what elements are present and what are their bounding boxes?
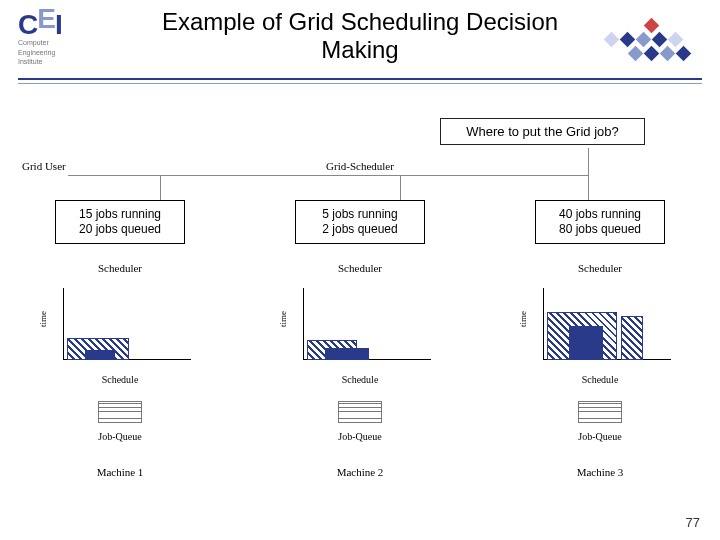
scheduler-label-2: Scheduler	[338, 262, 382, 274]
schedule-chart-3: time	[525, 288, 675, 366]
logo-sub2: Engineering	[18, 49, 90, 56]
svg-rect-5	[668, 32, 684, 48]
status-running-3: 40 jobs running	[546, 207, 654, 222]
scheduler-label-1: Scheduler	[98, 262, 142, 274]
job-queue-label-1: Job-Queue	[98, 431, 141, 442]
status-queued-1: 20 jobs queued	[66, 222, 174, 237]
machine-label-3: Machine 3	[577, 466, 624, 478]
schedule-label-2: Schedule	[342, 374, 379, 385]
status-queued-2: 2 jobs queued	[306, 222, 414, 237]
svg-rect-6	[628, 46, 644, 62]
decorative-diamonds-icon	[576, 14, 706, 66]
col-machine-3: 40 jobs running 80 jobs queued Scheduler…	[480, 200, 720, 520]
job-queue-label-2: Job-Queue	[338, 431, 381, 442]
connector-line	[400, 175, 401, 201]
schedule-label-3: Schedule	[582, 374, 619, 385]
status-box-3: 40 jobs running 80 jobs queued	[535, 200, 665, 244]
logo-main: CEI	[18, 12, 90, 37]
svg-rect-8	[660, 46, 676, 62]
scheduler-label-3: Scheduler	[578, 262, 622, 274]
job-queue-icon-3	[578, 401, 622, 423]
svg-rect-3	[636, 32, 652, 48]
svg-rect-0	[644, 18, 660, 34]
connector-line	[68, 175, 588, 176]
bar-queued-2	[621, 316, 643, 360]
svg-rect-1	[604, 32, 620, 48]
header-rule-2	[18, 83, 702, 84]
status-box-2: 5 jobs running 2 jobs queued	[295, 200, 425, 244]
header: CEI Computer Engineering Institute Examp…	[0, 0, 720, 95]
svg-rect-9	[676, 46, 692, 62]
job-queue-label-3: Job-Queue	[578, 431, 621, 442]
grid-scheduler-label: Grid-Scheduler	[50, 160, 670, 172]
status-running-1: 15 jobs running	[66, 207, 174, 222]
bar-running	[85, 350, 115, 360]
status-queued-3: 80 jobs queued	[546, 222, 654, 237]
question-box: Where to put the Grid job?	[440, 118, 645, 145]
schedule-label-1: Schedule	[102, 374, 139, 385]
logo: CEI Computer Engineering Institute	[18, 12, 90, 65]
logo-sub3: Institute	[18, 58, 90, 65]
time-axis-label-2: time	[278, 311, 288, 327]
connector-line	[160, 175, 161, 201]
header-rule	[18, 78, 702, 80]
machine-label-2: Machine 2	[337, 466, 384, 478]
y-axis	[63, 288, 64, 360]
page-title: Example of Grid Scheduling Decision Maki…	[120, 8, 600, 63]
time-axis-label-3: time	[518, 311, 528, 327]
col-machine-2: 5 jobs running 2 jobs queued Scheduler t…	[240, 200, 480, 520]
slide-number: 77	[686, 515, 700, 530]
job-queue-icon-2	[338, 401, 382, 423]
svg-rect-2	[620, 32, 636, 48]
time-axis-label-1: time	[38, 311, 48, 327]
schedule-chart-2: time	[285, 288, 435, 366]
bar-running	[325, 348, 369, 360]
logo-sub1: Computer	[18, 39, 90, 46]
schedule-chart-1: time	[45, 288, 195, 366]
bar-running	[569, 326, 603, 360]
svg-rect-7	[644, 46, 660, 62]
svg-rect-4	[652, 32, 668, 48]
status-running-2: 5 jobs running	[306, 207, 414, 222]
job-queue-icon-1	[98, 401, 142, 423]
y-axis	[303, 288, 304, 360]
status-box-1: 15 jobs running 20 jobs queued	[55, 200, 185, 244]
col-machine-1: 15 jobs running 20 jobs queued Scheduler…	[0, 200, 240, 520]
y-axis	[543, 288, 544, 360]
machine-label-1: Machine 1	[97, 466, 144, 478]
columns: 15 jobs running 20 jobs queued Scheduler…	[0, 200, 720, 520]
connector-line	[588, 148, 589, 201]
